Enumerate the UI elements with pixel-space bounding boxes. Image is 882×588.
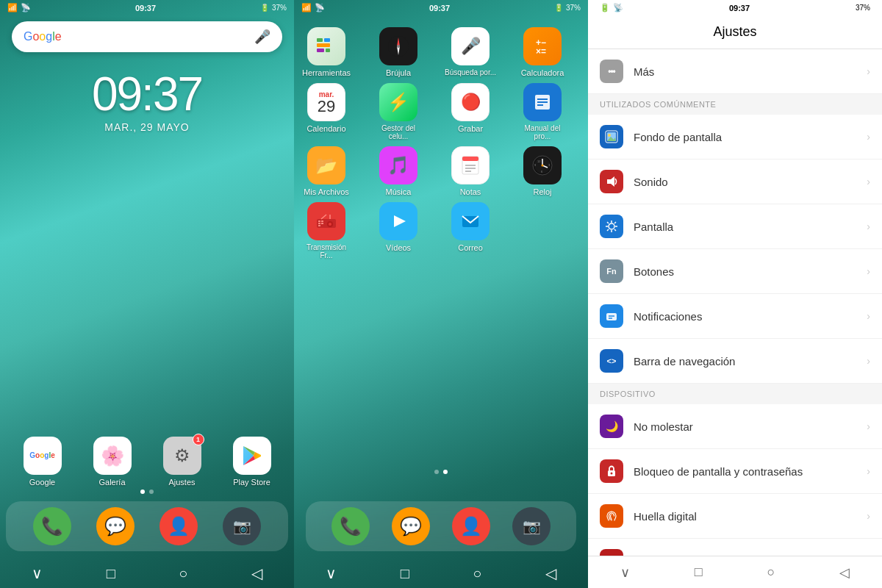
settings-list: ••• Más › UTILIZADOS COMÚNMENTE Fondo de… <box>588 49 882 556</box>
nav-down-2[interactable]: ∨ <box>326 564 337 582</box>
settings-item-bloqueo[interactable]: Bloqueo de pantalla y contraseñas › <box>588 449 882 494</box>
nav-down-1[interactable]: ∨ <box>32 564 43 582</box>
no-molestar-chevron: › <box>867 420 870 432</box>
dock-contacts-2[interactable]: 👤 <box>452 507 490 545</box>
app-correo[interactable]: Correo <box>444 202 497 259</box>
app-transmision[interactable]: Transmisión Fr... <box>300 202 353 259</box>
sonido-label: Sonido <box>634 176 867 188</box>
dock-camera-1[interactable]: 📷 <box>223 507 261 545</box>
wifi-icon-2: 📶 <box>301 3 312 12</box>
settings-item-notificaciones[interactable]: Notificaciones › <box>588 294 882 339</box>
app-archivos[interactable]: 📂 Mis Archivos <box>300 146 353 196</box>
app-notas[interactable]: Notas <box>444 146 497 196</box>
app-grabar[interactable]: 🔴 Grabar <box>444 83 497 140</box>
dock-sms-2[interactable]: 💬 <box>392 507 430 545</box>
status-right-2: 🔋 37% <box>554 4 581 12</box>
settings-item-botones[interactable]: Fn Botones › <box>588 249 882 294</box>
app-playstore[interactable]: Play Store <box>226 437 279 487</box>
notificaciones-label: Notificaciones <box>634 310 867 323</box>
pantalla-icon-svg <box>605 220 618 233</box>
app-ajustes[interactable]: ⚙ 1 Ajustes <box>156 437 209 487</box>
app-manual[interactable]: Manual del pro... <box>516 83 569 140</box>
bloqueo-chevron: › <box>867 465 870 477</box>
svg-rect-31 <box>321 220 323 222</box>
busqueda-label: Búsqueda por... <box>445 68 496 76</box>
settings-nav-bar: ∨ □ ○ ◁ <box>588 556 882 588</box>
settings-status-icons-left: 🔋 📡 <box>600 3 623 12</box>
grabar-label: Grabar <box>458 124 483 133</box>
svg-line-54 <box>607 229 609 231</box>
settings-nav-circle[interactable]: ○ <box>767 564 775 580</box>
settings-item-pantalla[interactable]: Pantalla › <box>588 204 882 249</box>
app-galeria[interactable]: 🌸 Galería <box>86 437 139 487</box>
dock-sms-1[interactable]: 💬 <box>96 507 135 545</box>
settings-nav-down[interactable]: ∨ <box>620 564 630 581</box>
huella-label: Huella digital <box>634 510 867 523</box>
camera-icon-2: 📷 <box>523 517 541 535</box>
svg-marker-39 <box>394 215 406 227</box>
musica-label: Música <box>386 187 412 196</box>
bottom-dock-2: 📞 💬 👤 📷 <box>306 501 576 551</box>
svg-text:12: 12 <box>537 159 541 163</box>
app-videos[interactable]: Vídeos <box>372 202 425 259</box>
app-reloj[interactable]: 12 3 6 9 Reloj <box>516 146 569 196</box>
botones-label: Botones <box>634 265 867 278</box>
settings-item-barra-nav[interactable]: <> Barra de navegación › <box>588 339 882 384</box>
settings-item-mas[interactable]: ••• Más › <box>588 49 882 94</box>
battery-level-1: 37% <box>272 4 287 12</box>
dock-phone-1[interactable]: 📞 <box>33 507 71 545</box>
section-utilizados: UTILIZADOS COMÚNMENTE <box>588 94 882 115</box>
mic-icon[interactable]: 🎤 <box>254 29 270 45</box>
dock-camera-2[interactable]: 📷 <box>512 507 551 545</box>
settings-item-fondo[interactable]: Fondo de pantalla › <box>588 115 882 159</box>
nav-circle-1[interactable]: ○ <box>179 565 187 582</box>
settings-item-huella[interactable]: Huella digital › <box>588 494 882 539</box>
lock-icon-svg <box>605 465 618 478</box>
wifi-icon: 📶 <box>7 3 18 12</box>
manual-icon <box>532 92 553 112</box>
app-gestor[interactable]: ⚡ Gestor del celu... <box>372 83 425 140</box>
status-right-icons: 🔋 37% <box>260 4 287 12</box>
svg-line-37 <box>321 215 326 219</box>
ajustes-badge: 1 <box>193 434 204 445</box>
contacts-icon-1: 👤 <box>168 516 190 537</box>
settings-nav-back[interactable]: ◁ <box>839 564 850 581</box>
settings-nav-square[interactable]: □ <box>695 564 703 580</box>
app-brujula[interactable]: Brújula <box>372 27 425 77</box>
settings-item-sonido[interactable]: Sonido › <box>588 159 882 204</box>
nav-square-1[interactable]: □ <box>107 565 115 582</box>
google-search-bar[interactable]: Google 🎤 <box>12 21 282 52</box>
sonido-icon <box>600 170 623 193</box>
settings-item-movimientos[interactable]: ✋ Movimientos y gestos › <box>588 539 882 556</box>
app-calendario[interactable]: mar. 29 Calendario <box>300 83 353 140</box>
calculadora-label: Calculadora <box>521 68 564 77</box>
clock-date-1: MAR., 29 MAYO <box>12 121 282 133</box>
svg-point-59 <box>611 473 613 475</box>
archivos-label: Mis Archivos <box>304 187 349 196</box>
app-busqueda[interactable]: 🎤 Búsqueda por... <box>444 27 497 77</box>
app-calculadora[interactable]: +− ×= Calculadora <box>516 27 569 77</box>
nav-square-2[interactable]: □ <box>401 565 409 582</box>
app-musica[interactable]: 🎵 Música <box>372 146 425 196</box>
calculadora-icon: +− ×= <box>531 35 553 57</box>
nav-circle-2[interactable]: ○ <box>473 565 481 582</box>
settings-wifi-icon: 📡 <box>613 3 623 12</box>
reloj-label: Reloj <box>533 187 551 196</box>
herramientas-label: Herramientas <box>302 68 351 77</box>
settings-item-no-molestar[interactable]: 🌙 No molestar › <box>588 404 882 449</box>
settings-status-bar: 🔋 📡 09:37 37% <box>588 0 882 15</box>
status-left-2: 📶 📡 <box>301 3 325 12</box>
nav-back-1[interactable]: ◁ <box>251 564 262 582</box>
dock-contacts-1[interactable]: 👤 <box>159 507 198 545</box>
huella-icon <box>600 504 623 528</box>
nav-back-2[interactable]: ◁ <box>545 564 556 582</box>
dock-phone-2[interactable]: 📞 <box>331 507 370 545</box>
dot-2-active <box>443 470 448 474</box>
app-herramientas[interactable]: Herramientas <box>300 27 353 77</box>
svg-rect-2 <box>317 43 330 47</box>
status-time-1: 09:37 <box>135 4 156 12</box>
app-google[interactable]: Google Google <box>16 437 69 487</box>
svg-point-24 <box>542 165 544 167</box>
clock-time-1: 09:37 <box>12 67 282 121</box>
app-google-label: Google <box>29 478 55 487</box>
